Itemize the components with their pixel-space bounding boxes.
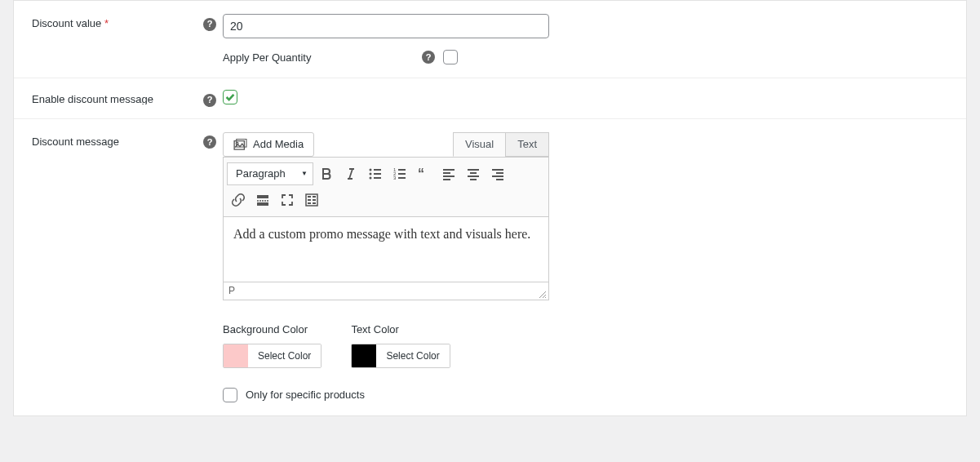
- toolbar-toggle-button[interactable]: [300, 189, 323, 211]
- align-right-button[interactable]: [486, 162, 509, 185]
- bg-color-picker[interactable]: Select Color: [223, 344, 321, 368]
- bg-color-button-text: Select Color: [248, 344, 321, 367]
- bg-color-column: Background Color Select Color: [223, 323, 321, 368]
- align-left-button[interactable]: [437, 162, 460, 185]
- svg-rect-14: [308, 199, 311, 201]
- read-more-button[interactable]: [251, 189, 274, 211]
- help-icon[interactable]: ?: [203, 135, 216, 149]
- only-specific-row: Only for specific products: [223, 388, 549, 402]
- help-enable-message: ?: [203, 90, 223, 107]
- align-center-button[interactable]: [462, 162, 485, 185]
- content-discount-value: Apply Per Quantity ?: [223, 14, 958, 64]
- media-icon: [233, 139, 248, 150]
- editor-path-bar: P: [223, 282, 549, 300]
- svg-point-2: [370, 168, 372, 171]
- fullscreen-button[interactable]: [276, 189, 299, 211]
- help-discount-message: ?: [203, 132, 223, 402]
- svg-point-3: [370, 172, 372, 175]
- text-color-column: Text Color Select Color: [351, 323, 450, 368]
- svg-rect-15: [313, 199, 316, 201]
- only-specific-checkbox[interactable]: [223, 388, 237, 402]
- svg-rect-10: [257, 202, 268, 206]
- svg-rect-17: [313, 202, 316, 204]
- help-discount-value: ?: [203, 14, 223, 64]
- row-discount-message: Discount message ? Add Media Visual Text…: [14, 119, 966, 415]
- bg-color-label: Background Color: [223, 323, 321, 335]
- svg-rect-9: [257, 195, 268, 198]
- content-discount-message: Add Media Visual Text Paragraph ▼: [223, 132, 958, 402]
- chevron-down-icon: ▼: [301, 170, 308, 177]
- svg-text:“: “: [418, 167, 424, 180]
- color-section: Background Color Select Color Text Color…: [223, 323, 549, 368]
- row-enable-message: Enable discount message ?: [14, 78, 966, 119]
- text-color-picker[interactable]: Select Color: [351, 344, 450, 368]
- tab-text[interactable]: Text: [505, 132, 549, 157]
- help-icon[interactable]: ?: [203, 94, 216, 107]
- content-enable-message: [223, 90, 958, 107]
- label-enable-message: Enable discount message: [32, 90, 203, 104]
- row-discount-value: Discount value * ? Apply Per Quantity ?: [14, 1, 966, 78]
- apply-per-qty-label: Apply Per Quantity: [223, 51, 422, 64]
- text-color-label: Text Color: [351, 323, 450, 335]
- tab-visual[interactable]: Visual: [453, 132, 506, 157]
- label-discount-value: Discount value *: [32, 14, 203, 64]
- editor-content[interactable]: Add a custom promo message with text and…: [223, 217, 549, 282]
- svg-point-4: [370, 176, 372, 179]
- svg-text:3: 3: [393, 175, 397, 180]
- text-color-button-text: Select Color: [376, 344, 449, 367]
- resize-handle-icon[interactable]: [539, 290, 547, 298]
- format-select[interactable]: Paragraph ▼: [227, 162, 313, 185]
- only-specific-label: Only for specific products: [246, 389, 365, 401]
- svg-rect-16: [308, 202, 311, 204]
- svg-rect-12: [308, 196, 311, 198]
- bg-color-swatch: [224, 344, 248, 367]
- add-media-button[interactable]: Add Media: [223, 132, 314, 157]
- blockquote-button[interactable]: “: [413, 162, 436, 185]
- link-button[interactable]: [227, 189, 250, 211]
- discount-value-input[interactable]: [223, 14, 549, 38]
- svg-rect-13: [313, 196, 316, 198]
- italic-button[interactable]: [339, 162, 362, 185]
- editor-toolbar: Paragraph ▼ 123 “: [223, 157, 549, 217]
- numbered-list-button[interactable]: 123: [388, 162, 411, 185]
- enable-message-checkbox[interactable]: [223, 90, 237, 104]
- apply-per-qty-checkbox[interactable]: [443, 50, 458, 64]
- help-icon[interactable]: ?: [203, 18, 216, 31]
- bullet-list-button[interactable]: [364, 162, 387, 185]
- settings-panel: Discount value * ? Apply Per Quantity ? …: [13, 0, 967, 416]
- editor-wrap: Add Media Visual Text Paragraph ▼: [223, 132, 549, 402]
- help-icon[interactable]: ?: [422, 51, 435, 64]
- required-marker: *: [104, 17, 109, 29]
- text-color-swatch: [352, 344, 376, 367]
- label-discount-message: Discount message: [32, 132, 203, 402]
- bold-button[interactable]: [315, 162, 338, 185]
